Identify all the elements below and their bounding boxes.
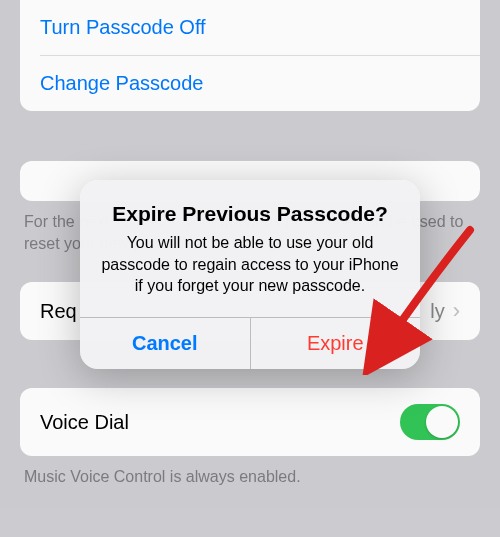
expire-passcode-alert: Expire Previous Passcode? You will not b… — [80, 180, 420, 369]
expire-button[interactable]: Expire — [250, 318, 421, 369]
cancel-button[interactable]: Cancel — [80, 318, 250, 369]
alert-buttons-row: Cancel Expire — [80, 317, 420, 369]
alert-title: Expire Previous Passcode? — [100, 202, 400, 226]
alert-body: Expire Previous Passcode? You will not b… — [80, 180, 420, 317]
alert-message: You will not be able to use your old pas… — [100, 232, 400, 297]
